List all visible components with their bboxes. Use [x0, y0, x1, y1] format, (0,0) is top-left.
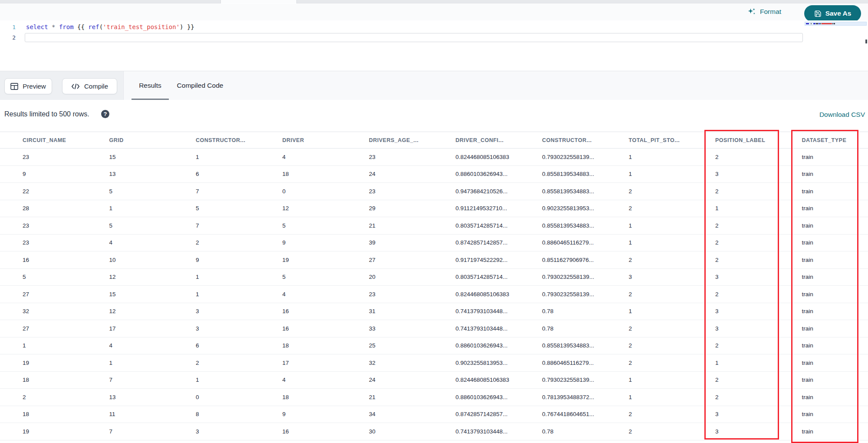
- column-header: DRIVER: [283, 137, 369, 143]
- table-cell: 2: [23, 394, 109, 400]
- table-cell: 24: [369, 377, 456, 383]
- table-cell: 27: [369, 257, 456, 263]
- line-number-1: 1: [0, 24, 16, 30]
- table-cell: 0.8860103626943...: [456, 342, 542, 349]
- table-cell: 23: [23, 154, 109, 160]
- preview-button[interactable]: Preview: [4, 78, 52, 94]
- download-csv-link[interactable]: Download CSV: [819, 111, 865, 119]
- table-cell: 1: [629, 171, 716, 177]
- table-cell: 15: [109, 154, 196, 160]
- table-cell: 0.824468085106383: [456, 377, 542, 383]
- table-cell: 4: [283, 377, 369, 383]
- table-cell: 4: [283, 291, 369, 298]
- table-cell: 0.78: [542, 308, 629, 314]
- save-icon: [814, 10, 822, 17]
- results-limit-note: Results limited to 500 rows.: [4, 110, 89, 118]
- code-token-plain: }}: [184, 23, 194, 30]
- column-header: CONSTRUCTOR...: [542, 137, 629, 143]
- table-cell: 18: [283, 342, 369, 349]
- table-cell: 2: [629, 325, 716, 332]
- table-cell: 1: [629, 154, 716, 160]
- table-cell: 0.7813953488372...: [542, 394, 629, 400]
- table-cell: 1: [629, 394, 716, 400]
- editor-minimap[interactable]: [804, 20, 868, 71]
- save-as-button[interactable]: Save As: [804, 5, 861, 22]
- format-button[interactable]: Format: [747, 7, 781, 16]
- table-cell: 5: [109, 188, 196, 195]
- table-cell: 13: [109, 171, 196, 177]
- table-icon: [10, 83, 18, 90]
- table-cell: 8: [196, 411, 283, 417]
- table-cell: 11: [109, 411, 196, 417]
- code-token-plain: (: [99, 23, 103, 30]
- table-cell: 9: [23, 171, 109, 177]
- table-cell: 6: [196, 171, 283, 177]
- table-cell: 9: [283, 411, 369, 417]
- table-cell: 5: [283, 274, 369, 280]
- window-tab-strip: [0, 0, 868, 3]
- table-cell: 0.9023255813953...: [456, 360, 542, 366]
- table-cell: 0.7413793103448...: [456, 325, 542, 332]
- table-cell: 1: [629, 377, 716, 383]
- table-cell: 25: [369, 342, 456, 349]
- active-line-indicator[interactable]: [25, 33, 803, 42]
- table-cell: 0.8558139534883...: [542, 222, 629, 229]
- table-cell: 1: [629, 308, 716, 314]
- table-cell: 12: [283, 205, 369, 212]
- table-cell: 0.7930232558139...: [542, 291, 629, 298]
- active-file-tab[interactable]: [220, 0, 297, 3]
- table-cell: 2: [629, 188, 716, 195]
- table-cell: 1: [196, 154, 283, 160]
- column-header: CIRCUIT_NAME: [23, 137, 109, 143]
- table-cell: 7: [196, 188, 283, 195]
- table-cell: 18: [23, 411, 109, 417]
- table-cell: 1: [109, 360, 196, 366]
- table-cell: 0.8860103626943...: [456, 171, 542, 177]
- table-cell: 0.8860465116279...: [542, 360, 629, 366]
- table-cell: 0.8742857142857...: [456, 411, 542, 417]
- annotation-box-position-label: [704, 130, 779, 440]
- table-cell: 0.8558139534883...: [542, 171, 629, 177]
- tab-compiled-code[interactable]: Compiled Code: [174, 71, 226, 100]
- table-cell: 5: [196, 205, 283, 212]
- table-cell: 0.8742857142857...: [456, 239, 542, 246]
- preview-label: Preview: [23, 83, 46, 90]
- table-cell: 12: [109, 274, 196, 280]
- table-cell: 0.9473684210526...: [456, 188, 542, 195]
- code-token-function: ref: [88, 23, 99, 30]
- table-cell: 27: [23, 291, 109, 298]
- editor-toolbar: Format Save As: [0, 4, 868, 20]
- table-cell: 19: [23, 428, 109, 435]
- code-icon: [71, 83, 80, 89]
- help-icon[interactable]: ?: [101, 110, 109, 118]
- table-cell: 16: [283, 325, 369, 332]
- table-cell: 27: [23, 325, 109, 332]
- table-cell: 23: [369, 188, 456, 195]
- table-cell: 1: [109, 205, 196, 212]
- table-cell: 0.8860103626943...: [456, 394, 542, 400]
- table-cell: 19: [283, 257, 369, 263]
- minimap-code-line: [806, 23, 835, 24]
- code-line-1[interactable]: select * from {{ ref('train_test_positio…: [26, 23, 194, 30]
- table-cell: 24: [369, 171, 456, 177]
- table-cell: 31: [369, 308, 456, 314]
- table-cell: 9: [283, 239, 369, 246]
- table-cell: 5: [283, 222, 369, 229]
- compile-label: Compile: [84, 83, 108, 90]
- table-cell: 0.78: [542, 428, 629, 435]
- table-cell: 0.7413793103448...: [456, 428, 542, 435]
- code-token-keyword: from: [59, 23, 74, 30]
- annotation-box-dataset-type: [791, 130, 858, 443]
- tab-results[interactable]: Results: [132, 71, 169, 100]
- table-cell: 30: [369, 428, 456, 435]
- table-cell: 22: [23, 188, 109, 195]
- table-cell: 23: [23, 239, 109, 246]
- code-token-plain: [55, 23, 59, 30]
- compile-button[interactable]: Compile: [62, 78, 117, 94]
- table-cell: 2: [196, 360, 283, 366]
- table-cell: 17: [283, 360, 369, 366]
- table-cell: 17: [109, 325, 196, 332]
- sql-editor[interactable]: 1 2 select * from {{ ref('train_test_pos…: [0, 20, 868, 71]
- table-cell: 18: [23, 377, 109, 383]
- table-cell: 2: [629, 205, 716, 212]
